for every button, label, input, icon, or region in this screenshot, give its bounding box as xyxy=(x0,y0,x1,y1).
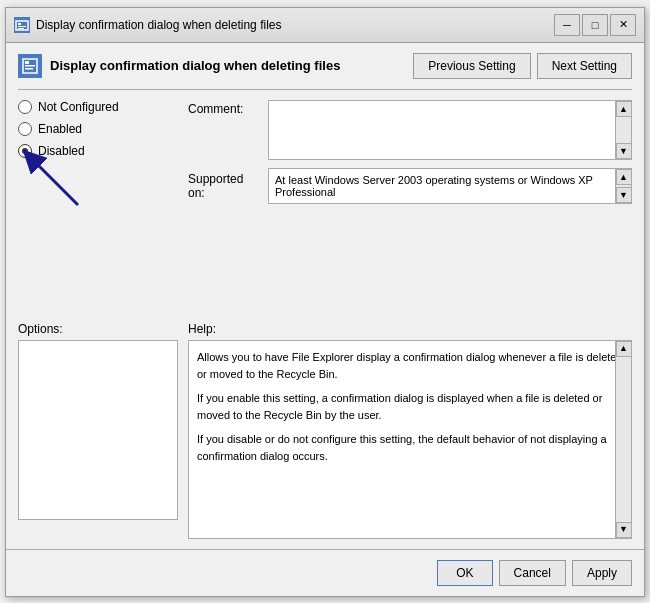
radio-input-disabled xyxy=(18,144,32,158)
lower-left: Options: xyxy=(18,322,178,539)
title-bar-controls: ─ □ ✕ xyxy=(554,14,636,36)
supported-box: At least Windows Server 2003 operating s… xyxy=(268,168,632,204)
svg-rect-3 xyxy=(18,28,24,29)
footer: OK Cancel Apply xyxy=(6,549,644,596)
title-bar-left: Display confirmation dialog when deletin… xyxy=(14,17,281,33)
radio-group-wrapper: Not Configured Enabled Disabled xyxy=(18,100,178,174)
svg-rect-6 xyxy=(25,65,35,67)
help-scroll-down[interactable]: ▼ xyxy=(616,522,632,538)
radio-label-not-configured: Not Configured xyxy=(38,100,119,114)
lower-right: Help: Allows you to have File Explorer d… xyxy=(188,322,632,539)
left-panel: Not Configured Enabled Disabled xyxy=(18,100,178,317)
svg-rect-2 xyxy=(18,26,26,27)
svg-line-8 xyxy=(31,158,78,205)
supported-section: Supported on: At least Windows Server 20… xyxy=(188,168,632,204)
help-scroll-track xyxy=(616,357,631,522)
lower-section: Options: Help: Allows you to have File E… xyxy=(18,322,632,539)
minimize-button[interactable]: ─ xyxy=(554,14,580,36)
radio-input-not-configured xyxy=(18,100,32,114)
comment-section: Comment: ▲ ▼ xyxy=(188,100,632,160)
close-button[interactable]: ✕ xyxy=(610,14,636,36)
comment-scroll-up[interactable]: ▲ xyxy=(616,101,632,117)
options-label: Options: xyxy=(18,322,63,336)
radio-dot-disabled xyxy=(22,148,28,154)
comment-scroll-down[interactable]: ▼ xyxy=(616,143,632,159)
content-area: Display confirmation dialog when deletin… xyxy=(6,43,644,549)
header-row: Display confirmation dialog when deletin… xyxy=(18,53,632,90)
right-panel: Comment: ▲ ▼ Supported on: At least Wind… xyxy=(188,100,632,317)
title-bar: Display confirmation dialog when deletin… xyxy=(6,8,644,43)
radio-not-configured[interactable]: Not Configured xyxy=(18,100,178,114)
cancel-button[interactable]: Cancel xyxy=(499,560,566,586)
main-window: Display confirmation dialog when deletin… xyxy=(5,7,645,597)
help-scroll-up[interactable]: ▲ xyxy=(616,341,632,357)
comment-scrollbar[interactable]: ▲ ▼ xyxy=(615,101,631,159)
prev-setting-button[interactable]: Previous Setting xyxy=(413,53,530,79)
supported-scroll-down[interactable]: ▼ xyxy=(616,187,632,203)
supported-scrollbar[interactable]: ▲ ▼ xyxy=(615,169,631,203)
help-scrollbar[interactable]: ▲ ▼ xyxy=(615,341,631,538)
window-title: Display confirmation dialog when deletin… xyxy=(36,18,281,32)
supported-scroll-up[interactable]: ▲ xyxy=(616,169,632,185)
radio-label-disabled: Disabled xyxy=(38,144,85,158)
radio-group: Not Configured Enabled Disabled xyxy=(18,100,178,158)
comment-box[interactable]: ▲ ▼ xyxy=(268,100,632,160)
window-icon xyxy=(14,17,30,33)
ok-button[interactable]: OK xyxy=(437,560,492,586)
radio-disabled[interactable]: Disabled xyxy=(18,144,178,158)
help-box: Allows you to have File Explorer display… xyxy=(188,340,632,539)
help-paragraph-1: Allows you to have File Explorer display… xyxy=(197,349,623,382)
maximize-button[interactable]: □ xyxy=(582,14,608,36)
svg-rect-1 xyxy=(18,23,21,25)
apply-button[interactable]: Apply xyxy=(572,560,632,586)
next-setting-button[interactable]: Next Setting xyxy=(537,53,632,79)
svg-rect-5 xyxy=(25,61,29,64)
help-paragraph-2: If you enable this setting, a confirmati… xyxy=(197,390,623,423)
supported-label: Supported on: xyxy=(188,168,260,200)
radio-label-enabled: Enabled xyxy=(38,122,82,136)
comment-label: Comment: xyxy=(188,100,260,116)
main-section: Not Configured Enabled Disabled xyxy=(18,100,632,317)
options-box xyxy=(18,340,178,520)
header-left: Display confirmation dialog when deletin… xyxy=(18,54,340,78)
policy-icon xyxy=(18,54,42,78)
svg-rect-7 xyxy=(25,68,33,70)
radio-enabled[interactable]: Enabled xyxy=(18,122,178,136)
policy-title: Display confirmation dialog when deletin… xyxy=(50,58,340,73)
help-paragraph-3: If you disable or do not configure this … xyxy=(197,431,623,464)
comment-scroll-track xyxy=(616,117,631,143)
supported-value: At least Windows Server 2003 operating s… xyxy=(275,174,631,198)
help-label: Help: xyxy=(188,322,632,336)
header-buttons: Previous Setting Next Setting xyxy=(413,53,632,79)
radio-input-enabled xyxy=(18,122,32,136)
